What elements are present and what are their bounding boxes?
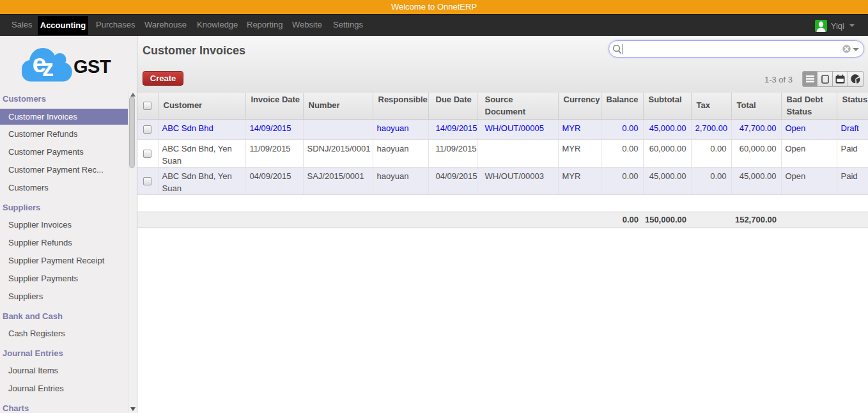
svg-text:z: z	[42, 55, 54, 81]
svg-text:GST: GST	[74, 56, 111, 77]
